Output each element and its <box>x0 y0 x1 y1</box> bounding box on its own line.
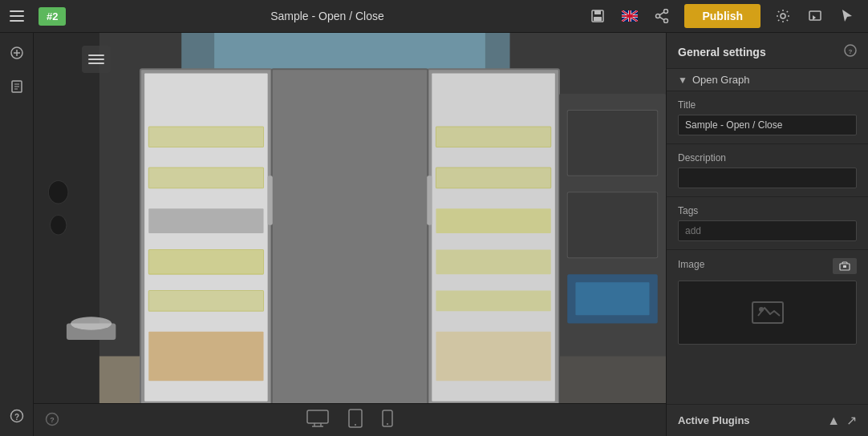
bottom-bar: ? <box>34 403 666 436</box>
tags-field-group: Tags <box>667 197 868 250</box>
share-button[interactable] <box>647 2 676 30</box>
help-button-left[interactable]: ? <box>3 402 30 430</box>
plugins-controls: ▲ ↗ <box>827 413 857 428</box>
cursor-icon[interactable] <box>833 2 862 30</box>
title-input[interactable] <box>678 115 857 135</box>
open-graph-label: Open Graph <box>692 74 750 86</box>
description-label: Description <box>678 152 857 164</box>
image-label: Image <box>678 259 704 270</box>
svg-line-18 <box>660 12 665 15</box>
publish-button[interactable]: Publish <box>684 4 761 28</box>
svg-point-69 <box>355 424 356 426</box>
canvas-image <box>34 33 666 436</box>
tablet-icon[interactable] <box>348 409 363 432</box>
svg-point-79 <box>759 307 764 312</box>
svg-rect-47 <box>148 332 263 381</box>
image-field-header: Image <box>678 258 857 274</box>
svg-point-15 <box>664 10 668 14</box>
add-button[interactable] <box>3 39 30 67</box>
title-field-group: Title <box>667 91 868 144</box>
canvas-area[interactable]: ? <box>34 33 666 436</box>
svg-rect-64 <box>307 410 328 423</box>
language-button[interactable] <box>615 2 644 30</box>
svg-rect-33 <box>214 33 485 69</box>
svg-point-37 <box>50 215 66 235</box>
tags-input[interactable] <box>678 220 857 241</box>
svg-rect-1 <box>10 15 24 17</box>
svg-rect-56 <box>272 69 428 406</box>
menu-button[interactable] <box>0 0 34 33</box>
main-content: ? <box>0 33 868 436</box>
left-sidebar: ? <box>0 33 34 436</box>
svg-rect-52 <box>436 208 550 233</box>
description-field-group: Description <box>667 144 868 197</box>
svg-point-16 <box>664 19 668 23</box>
plugins-expand-icon[interactable]: ↗ <box>846 413 857 428</box>
page-title: Sample - Open / Close <box>71 10 583 22</box>
panel-help-icon[interactable]: ? <box>844 44 857 60</box>
panel-header-title: General settings <box>678 46 766 59</box>
fridge-scene <box>34 33 666 436</box>
svg-rect-5 <box>594 17 602 21</box>
desktop-icon[interactable] <box>306 410 329 431</box>
title-label: Title <box>678 99 857 111</box>
svg-rect-2 <box>10 20 24 22</box>
svg-rect-46 <box>148 291 263 312</box>
svg-rect-51 <box>436 168 550 188</box>
toolbar-icons: Publish <box>583 2 868 30</box>
svg-line-19 <box>660 17 665 20</box>
svg-rect-44 <box>148 208 263 233</box>
svg-rect-50 <box>436 127 550 147</box>
tags-label: Tags <box>678 205 857 216</box>
svg-text:?: ? <box>849 48 853 55</box>
image-field-group: Image <box>667 250 868 353</box>
panel-header: General settings ? <box>667 33 868 68</box>
svg-rect-58 <box>427 176 432 224</box>
image-placeholder <box>678 281 857 345</box>
save-button[interactable] <box>583 2 612 30</box>
svg-rect-77 <box>843 265 846 268</box>
right-panel: General settings ? ▼ Open Graph Title De… <box>666 33 868 436</box>
svg-rect-55 <box>436 332 550 381</box>
hamburger-line-1 <box>88 54 104 56</box>
active-plugins-section[interactable]: Active Plugins ▲ ↗ <box>667 404 868 436</box>
preview-button[interactable] <box>801 2 829 30</box>
canvas-menu-button[interactable] <box>82 46 111 73</box>
tab-number[interactable]: #2 <box>39 7 66 26</box>
topbar: #2 Sample - Open / Close <box>0 0 868 33</box>
pages-button[interactable] <box>3 73 30 100</box>
svg-text:?: ? <box>50 416 55 424</box>
svg-rect-43 <box>148 168 263 188</box>
svg-point-36 <box>48 180 68 204</box>
help-button-bottom[interactable]: ? <box>45 412 59 429</box>
plugins-collapse-icon[interactable]: ▲ <box>827 414 840 428</box>
svg-rect-60 <box>567 110 658 176</box>
svg-rect-53 <box>436 249 550 274</box>
svg-rect-57 <box>268 176 273 224</box>
svg-rect-54 <box>436 291 550 312</box>
description-input[interactable] <box>678 168 857 188</box>
open-graph-section-header[interactable]: ▼ Open Graph <box>667 68 868 91</box>
image-browse-button[interactable] <box>833 258 857 274</box>
svg-rect-45 <box>148 249 263 274</box>
svg-point-17 <box>656 14 660 18</box>
svg-point-39 <box>71 317 112 329</box>
svg-rect-63 <box>575 282 649 315</box>
svg-rect-42 <box>148 127 263 147</box>
svg-rect-61 <box>567 192 658 258</box>
svg-rect-0 <box>10 10 24 12</box>
mobile-icon[interactable] <box>382 410 393 431</box>
svg-text:?: ? <box>14 413 18 422</box>
svg-point-71 <box>387 423 388 425</box>
svg-point-20 <box>781 14 785 18</box>
settings-button[interactable] <box>769 2 797 30</box>
svg-rect-21 <box>809 11 821 20</box>
svg-rect-35 <box>34 33 99 436</box>
hamburger-line-3 <box>88 63 104 64</box>
image-placeholder-icon <box>752 300 784 325</box>
open-graph-chevron: ▼ <box>678 75 688 86</box>
hamburger-line-2 <box>88 59 104 60</box>
active-plugins-label: Active Plugins <box>678 414 750 426</box>
svg-rect-4 <box>594 10 601 14</box>
